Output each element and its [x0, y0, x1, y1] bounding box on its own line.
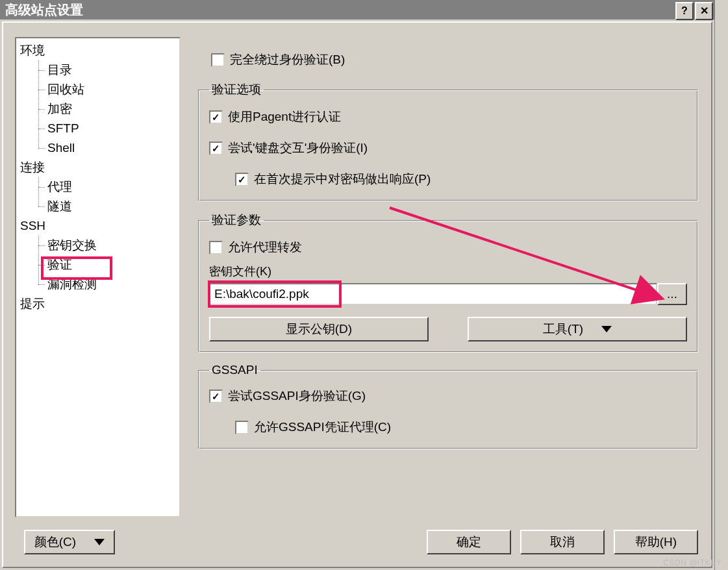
- kbd-interactive-checkbox[interactable]: 尝试'键盘交互'身份验证(I): [209, 140, 368, 156]
- help-button[interactable]: 帮助(H): [614, 530, 698, 554]
- checkbox-icon: [235, 421, 249, 434]
- background-strip: [714, 0, 728, 570]
- tree-item-ssh[interactable]: SSH: [20, 216, 175, 236]
- pagent-checkbox[interactable]: 使用Pagent进行认证: [209, 108, 341, 125]
- chevron-down-icon: [94, 539, 105, 545]
- advanced-site-settings-dialog: 高级站点设置 ? ✕ 环境 目录 回收站 加密 SFTP Shell 连接 代理: [0, 0, 714, 570]
- agent-forward-label: 允许代理转发: [228, 239, 302, 256]
- bypass-auth-checkbox[interactable]: 完全绕过身份验证(B): [211, 51, 345, 68]
- watermark: CSDN @ITKEY: [663, 558, 722, 567]
- tree-item-shell[interactable]: Shell: [20, 138, 175, 158]
- tree-item-connection[interactable]: 连接: [20, 158, 175, 177]
- tree-item-sftp[interactable]: SFTP: [20, 119, 175, 138]
- tree-item-environment[interactable]: 环境: [20, 41, 175, 60]
- tree-item-encrypt[interactable]: 加密: [20, 99, 175, 119]
- tree-item-proxy[interactable]: 代理: [20, 177, 175, 197]
- checkbox-icon: [235, 173, 249, 186]
- client-area: 环境 目录 回收站 加密 SFTP Shell 连接 代理 隧道 SSH 密钥交…: [2, 21, 712, 568]
- checkbox-icon: [209, 390, 223, 403]
- bypass-auth-label: 完全绕过身份验证(B): [230, 51, 345, 68]
- titlebar: 高级站点设置 ? ✕: [0, 0, 714, 19]
- tree-item-authentication[interactable]: 验证: [20, 255, 175, 275]
- chevron-down-icon: [601, 326, 612, 332]
- color-button[interactable]: 颜色(C): [24, 530, 115, 554]
- help-icon[interactable]: ?: [675, 2, 694, 20]
- tree-item-recycle[interactable]: 回收站: [20, 80, 175, 99]
- agent-forward-checkbox[interactable]: 允许代理转发: [209, 239, 302, 256]
- browse-button[interactable]: ...: [657, 283, 687, 305]
- category-tree[interactable]: 环境 目录 回收站 加密 SFTP Shell 连接 代理 隧道 SSH 密钥交…: [15, 37, 181, 517]
- tree-item-tunnel[interactable]: 隧道: [20, 197, 175, 216]
- checkbox-icon: [211, 53, 225, 67]
- gssapi-auth-label: 尝试GSSAPI身份验证(G): [228, 388, 366, 404]
- gssapi-group: GSSAPI 尝试GSSAPI身份验证(G) 允许GSSAPI凭证代理(C): [198, 363, 698, 449]
- gssapi-delegation-label: 允许GSSAPI凭证代理(C): [254, 419, 391, 436]
- tools-button[interactable]: 工具(T): [468, 317, 687, 341]
- gssapi-legend: GSSAPI: [209, 363, 260, 377]
- auth-options-group: 验证选项 使用Pagent进行认证 尝试'键盘交互'身份验证(I): [198, 81, 698, 201]
- window-title: 高级站点设置: [5, 1, 83, 19]
- ok-button[interactable]: 确定: [427, 530, 511, 554]
- content-pane: 完全绕过身份验证(B) 验证选项 使用Pagent进行认证 尝试'键盘交互'身份…: [198, 37, 698, 515]
- show-pubkey-button[interactable]: 显示公钥(D): [209, 317, 429, 341]
- cancel-button[interactable]: 取消: [520, 530, 605, 554]
- pagent-label: 使用Pagent进行认证: [228, 108, 341, 125]
- auth-options-legend: 验证选项: [209, 81, 264, 98]
- kbd-interactive-label: 尝试'键盘交互'身份验证(I): [228, 140, 368, 156]
- close-icon[interactable]: ✕: [695, 2, 713, 20]
- tree-item-keyexchange[interactable]: 密钥交换: [20, 236, 175, 255]
- checkbox-icon: [209, 142, 223, 155]
- key-file-label: 密钥文件(K): [209, 264, 687, 279]
- auth-params-legend: 验证参数: [209, 212, 264, 229]
- respond-password-label: 在首次提示中对密码做出响应(P): [254, 171, 431, 188]
- tree-item-bugs[interactable]: 漏洞检测: [20, 275, 175, 294]
- gssapi-delegation-checkbox[interactable]: 允许GSSAPI凭证代理(C): [235, 419, 391, 436]
- gssapi-auth-checkbox[interactable]: 尝试GSSAPI身份验证(G): [209, 388, 366, 404]
- tree-item-hints[interactable]: 提示: [20, 294, 175, 314]
- respond-password-checkbox[interactable]: 在首次提示中对密码做出响应(P): [235, 171, 431, 188]
- checkbox-icon: [209, 241, 223, 254]
- auth-params-group: 验证参数 允许代理转发 密钥文件(K) ... 显示公钥(D): [198, 212, 698, 353]
- checkbox-icon: [209, 110, 223, 124]
- tree-item-directory[interactable]: 目录: [20, 60, 175, 80]
- key-file-input[interactable]: [209, 283, 657, 305]
- footer: 颜色(C) 确定 取消 帮助(H): [15, 529, 698, 555]
